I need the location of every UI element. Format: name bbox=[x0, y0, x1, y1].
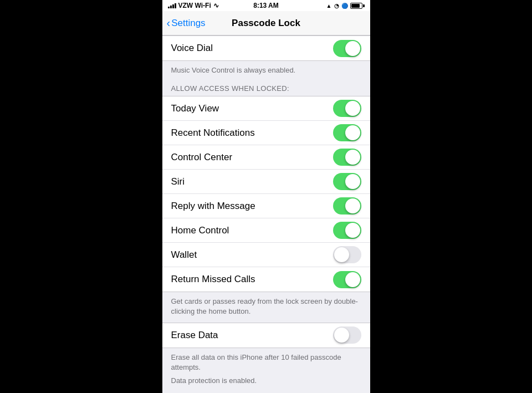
back-label: Settings bbox=[171, 18, 205, 29]
allow-access-label: ALLOW ACCESS WHEN LOCKED: bbox=[171, 84, 289, 93]
table-row: Home Control bbox=[162, 218, 370, 243]
erase-data-toggle[interactable] bbox=[333, 326, 361, 344]
siri-toggle[interactable] bbox=[333, 173, 361, 190]
wallet-info-text: Get cards or passes ready from the lock … bbox=[171, 297, 358, 315]
toggle-knob bbox=[334, 328, 349, 343]
back-button[interactable]: ‹ Settings bbox=[167, 17, 206, 29]
alarm-icon: ◔ bbox=[334, 3, 339, 9]
signal-bar-4 bbox=[175, 3, 176, 8]
locked-access-group: Today View Recent Notifications Control … bbox=[162, 96, 370, 292]
control-center-label: Control Center bbox=[171, 152, 233, 163]
back-chevron-icon: ‹ bbox=[167, 17, 171, 29]
home-control-toggle[interactable] bbox=[333, 222, 361, 239]
today-view-label: Today View bbox=[171, 103, 219, 114]
table-row: Today View bbox=[162, 96, 370, 121]
toggle-knob bbox=[345, 272, 360, 287]
carrier-label: VZW Wi-Fi bbox=[178, 2, 211, 9]
return-missed-calls-label: Return Missed Calls bbox=[171, 274, 255, 285]
voice-dial-info-text: Music Voice Control is always enabled. bbox=[171, 66, 296, 74]
location-icon: ▲ bbox=[326, 3, 332, 9]
table-row: Wallet bbox=[162, 243, 370, 267]
voice-dial-info: Music Voice Control is always enabled. bbox=[162, 61, 370, 81]
table-row: Voice Dial bbox=[162, 36, 370, 60]
phone-frame: VZW Wi-Fi ∿ 8:13 AM ▲ ◔ 🔵 ‹ Settings Pas… bbox=[162, 0, 370, 393]
table-row: Control Center bbox=[162, 145, 370, 170]
home-control-label: Home Control bbox=[171, 225, 229, 236]
scroll-content: Voice Dial Music Voice Control is always… bbox=[162, 35, 370, 393]
return-missed-calls-toggle[interactable] bbox=[333, 271, 361, 288]
erase-data-label: Erase Data bbox=[171, 330, 218, 341]
recent-notifications-label: Recent Notifications bbox=[171, 127, 255, 139]
page-title: Passcode Lock bbox=[232, 18, 300, 29]
siri-label: Siri bbox=[171, 176, 185, 187]
signal-bars bbox=[168, 3, 176, 8]
toggle-knob bbox=[345, 150, 360, 165]
status-time: 8:13 AM bbox=[253, 2, 279, 9]
voice-dial-group: Voice Dial bbox=[162, 35, 370, 61]
control-center-toggle[interactable] bbox=[333, 149, 361, 166]
status-left: VZW Wi-Fi ∿ bbox=[168, 2, 219, 9]
signal-bar-1 bbox=[168, 7, 170, 8]
battery-fill bbox=[351, 4, 360, 8]
table-row: Erase Data bbox=[162, 323, 370, 348]
toggle-knob bbox=[345, 223, 360, 238]
allow-access-header: ALLOW ACCESS WHEN LOCKED: bbox=[162, 81, 370, 96]
table-row: Return Missed Calls bbox=[162, 267, 370, 292]
recent-notifications-toggle[interactable] bbox=[333, 124, 361, 141]
signal-bar-3 bbox=[172, 4, 174, 8]
toggle-knob bbox=[345, 174, 360, 189]
toggle-knob bbox=[345, 125, 360, 140]
toggle-knob bbox=[345, 198, 360, 213]
battery-icon bbox=[350, 3, 365, 9]
battery-tip bbox=[363, 4, 365, 7]
status-bar: VZW Wi-Fi ∿ 8:13 AM ▲ ◔ 🔵 bbox=[162, 0, 370, 11]
wallet-toggle[interactable] bbox=[333, 246, 361, 263]
erase-data-group: Erase Data bbox=[162, 323, 370, 348]
voice-dial-label: Voice Dial bbox=[171, 43, 213, 54]
today-view-toggle[interactable] bbox=[333, 100, 361, 117]
nav-bar: ‹ Settings Passcode Lock bbox=[162, 11, 370, 35]
voice-dial-toggle[interactable] bbox=[333, 40, 361, 57]
reply-with-message-label: Reply with Message bbox=[171, 201, 255, 212]
bluetooth-icon: 🔵 bbox=[341, 3, 348, 9]
battery-body bbox=[350, 3, 362, 9]
status-right: ▲ ◔ 🔵 bbox=[326, 3, 365, 9]
toggle-knob bbox=[334, 247, 349, 262]
table-row: Recent Notifications bbox=[162, 121, 370, 145]
wallet-info: Get cards or passes ready from the lock … bbox=[162, 292, 370, 322]
erase-data-info: Erase all data on this iPhone after 10 f… bbox=[162, 348, 370, 392]
toggle-knob bbox=[345, 101, 360, 116]
wifi-icon: ∿ bbox=[213, 2, 219, 9]
toggle-knob bbox=[345, 41, 360, 56]
reply-with-message-toggle[interactable] bbox=[333, 197, 361, 215]
erase-data-info-text-2: Data protection is enabled. bbox=[171, 376, 361, 386]
table-row: Siri bbox=[162, 170, 370, 194]
table-row: Reply with Message bbox=[162, 194, 370, 218]
erase-data-info-text-1: Erase all data on this iPhone after 10 f… bbox=[171, 353, 361, 372]
signal-bar-2 bbox=[170, 6, 172, 8]
wallet-label: Wallet bbox=[171, 249, 197, 261]
